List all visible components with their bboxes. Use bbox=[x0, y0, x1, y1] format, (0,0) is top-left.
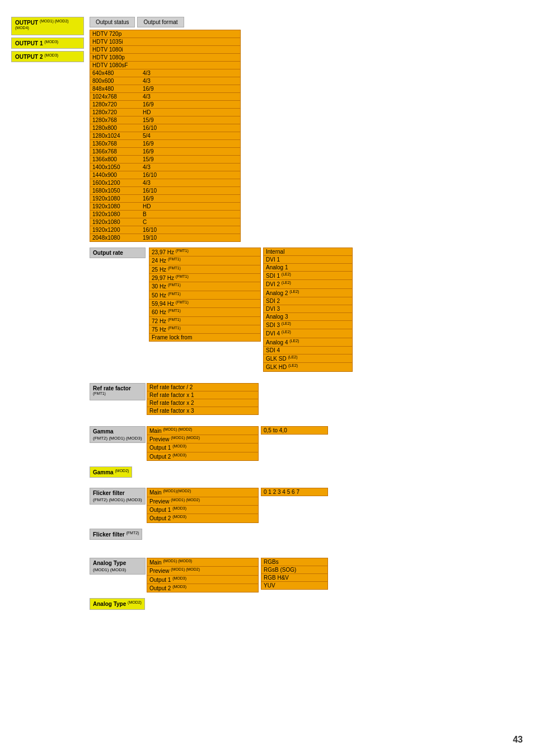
gamma-label[interactable]: Gamma (FMT2) (MOD1) (MOD3) bbox=[90, 426, 146, 443]
list-item[interactable]: DVI 2 (LE2) bbox=[263, 279, 353, 288]
list-item[interactable]: 75 Hz (FMT1) bbox=[149, 325, 261, 333]
ref-rate-section: Ref rate factor (FMT1) Ref rate factor /… bbox=[90, 383, 523, 415]
analog-row: Analog Type (MOD1) (MOD3) Main (MOD1) (M… bbox=[90, 558, 523, 592]
list-item[interactable]: DVI 1 bbox=[263, 255, 353, 263]
list-item[interactable]: 72 Hz (FMT1) bbox=[149, 316, 261, 325]
ref-rate-label[interactable]: Ref rate factor (FMT1) bbox=[90, 383, 146, 400]
output-main-sup2: (MOD4) bbox=[15, 26, 29, 30]
list-item[interactable]: RGsB (SOG) bbox=[261, 566, 328, 573]
list-item[interactable]: 60 Hz (FMT1) bbox=[149, 307, 261, 316]
list-item[interactable]: 50 Hz (FMT1) bbox=[149, 291, 261, 299]
gamma-range-container: 0,5 to 4,0 bbox=[261, 426, 328, 435]
output1-sup: (MOD3) bbox=[44, 40, 58, 44]
list-item[interactable]: SDI 4 bbox=[263, 346, 353, 354]
list-item[interactable]: GLK SD (LE2) bbox=[263, 354, 353, 362]
output-format-button[interactable]: Output format bbox=[137, 17, 184, 27]
list-item[interactable]: Analog 3 bbox=[263, 312, 353, 320]
list-item[interactable]: Analog 4 (LE2) bbox=[263, 338, 353, 346]
list-item[interactable]: Main (MOD1) (MOD3) bbox=[147, 558, 259, 566]
list-item[interactable]: HDTV 1035i bbox=[90, 38, 241, 45]
list-item[interactable]: Main (MOD1) (MOD2) bbox=[147, 426, 259, 435]
rate-sup: (FMT1) bbox=[168, 283, 181, 287]
output-status-button[interactable]: Output status bbox=[90, 17, 135, 27]
output2-sup: (MOD3) bbox=[44, 53, 58, 57]
gamma-standalone[interactable]: Gamma (MOD2) bbox=[90, 466, 132, 478]
list-item[interactable]: HDTV 1080sF bbox=[90, 61, 241, 69]
sidebar-output-1[interactable]: OUTPUT 1 (MOD3) bbox=[11, 38, 84, 49]
list-item[interactable]: RGBs bbox=[261, 558, 328, 566]
list-item[interactable]: 1680x105016/10 bbox=[90, 186, 241, 194]
list-item[interactable]: 1360x76816/9 bbox=[90, 139, 241, 147]
list-item[interactable]: 1366x80015/9 bbox=[90, 155, 241, 163]
list-item[interactable]: HDTV 720p bbox=[90, 30, 241, 38]
sidebar-output-main[interactable]: OUTPUT (MOD1) (MOD2) (MOD4) bbox=[11, 17, 84, 35]
flicker-label[interactable]: Flicker filter (FMT2) (MOD1) (MOD3) bbox=[90, 488, 146, 505]
frame-lock-from[interactable]: Frame lock from bbox=[149, 333, 261, 342]
list-item[interactable]: Main (MOD1)(MOD2) bbox=[147, 488, 259, 496]
output-main-sup1: (MOD1) (MOD2) bbox=[40, 19, 69, 23]
output-rate-label[interactable]: Output rate bbox=[90, 248, 146, 258]
list-item[interactable]: 1280x80016/10 bbox=[90, 124, 241, 132]
list-item[interactable]: Ref rate factor x 2 bbox=[147, 399, 259, 407]
source-sup: (LE2) bbox=[282, 321, 291, 325]
list-item[interactable]: 848x48016/9 bbox=[90, 85, 241, 92]
analog-label[interactable]: Analog Type (MOD1) (MOD3) bbox=[90, 558, 146, 575]
list-item[interactable]: HDTV 1080i bbox=[90, 45, 241, 53]
flicker-item-sup: (MOD3) bbox=[172, 506, 186, 510]
list-item[interactable]: 1366x76816/9 bbox=[90, 147, 241, 155]
list-item[interactable]: Ref rate factor x 1 bbox=[147, 391, 259, 399]
list-item[interactable]: 1280x720HD bbox=[90, 108, 241, 116]
list-item[interactable]: 59,94 Hz (FMT1) bbox=[149, 299, 261, 307]
list-item[interactable]: Preview (MOD1) (MOD2) bbox=[147, 566, 259, 575]
list-item[interactable]: 640x4804/3 bbox=[90, 69, 241, 77]
list-item[interactable]: DVI 4 (LE2) bbox=[263, 329, 353, 337]
sidebar-output-2[interactable]: OUTPUT 2 (MOD3) bbox=[11, 51, 84, 62]
list-item[interactable]: SDI 2 bbox=[263, 297, 353, 305]
list-item[interactable]: Output 1 (MOD3) bbox=[147, 575, 259, 584]
list-item[interactable]: Ref rate factor x 3 bbox=[147, 407, 259, 415]
list-item[interactable]: 1400x10504/3 bbox=[90, 163, 241, 171]
list-item[interactable]: 25 Hz (FMT1) bbox=[149, 265, 261, 273]
list-item[interactable]: 1280x76815/9 bbox=[90, 116, 241, 124]
list-item[interactable]: 2048x108019/10 bbox=[90, 234, 241, 242]
list-item[interactable]: 1024x7684/3 bbox=[90, 92, 241, 100]
list-item[interactable]: Output 1 (MOD3) bbox=[147, 443, 259, 451]
analog-standalone[interactable]: Analog Type (MOD2) bbox=[90, 598, 145, 609]
list-item[interactable]: YUV bbox=[261, 581, 328, 590]
list-item[interactable]: Analog 2 (LE2) bbox=[263, 288, 353, 297]
list-item[interactable]: 23,97 Hz (FMT1) bbox=[149, 248, 261, 256]
list-item[interactable]: 1600x12004/3 bbox=[90, 179, 241, 186]
list-item[interactable]: 24 Hz (FMT1) bbox=[149, 256, 261, 264]
list-item[interactable]: 800x6004/3 bbox=[90, 77, 241, 85]
list-item[interactable]: Preview (MOD1) (MOD2) bbox=[147, 497, 259, 505]
ref-list: Ref rate factor / 2 Ref rate factor x 1 … bbox=[147, 383, 259, 415]
list-item[interactable]: HDTV 1080p bbox=[90, 53, 241, 61]
main-content: Output status Output format HDTV 720p HD… bbox=[84, 17, 523, 612]
list-item[interactable]: 29,97 Hz (FMT1) bbox=[149, 273, 261, 282]
list-item[interactable]: 1920x108016/9 bbox=[90, 194, 241, 202]
list-item[interactable]: Ref rate factor / 2 bbox=[147, 383, 259, 391]
list-item[interactable]: 1280x72016/9 bbox=[90, 100, 241, 108]
list-item[interactable]: Internal bbox=[263, 248, 353, 255]
list-item[interactable]: SDI 3 (LE2) bbox=[263, 320, 353, 329]
gamma-item-sup: (MOD1) (MOD2) bbox=[163, 427, 192, 431]
list-item[interactable]: DVI 3 bbox=[263, 305, 353, 312]
list-item[interactable]: 1440x90016/10 bbox=[90, 171, 241, 179]
list-item[interactable]: 30 Hz (FMT1) bbox=[149, 282, 261, 290]
list-item[interactable]: 1920x120016/10 bbox=[90, 226, 241, 234]
list-item[interactable]: RGB H&V bbox=[261, 573, 328, 581]
list-item[interactable]: Output 2 (MOD3) bbox=[147, 584, 259, 592]
list-item[interactable]: SDI 1 (LE2) bbox=[263, 271, 353, 279]
list-item[interactable]: 1920x1080HD bbox=[90, 202, 241, 210]
list-item[interactable]: Output 2 (MOD3) bbox=[147, 452, 259, 461]
list-item[interactable]: 1280x10245/4 bbox=[90, 132, 241, 139]
list-item[interactable]: 1920x1080B bbox=[90, 210, 241, 218]
rate-sup: (FMT1) bbox=[168, 326, 181, 330]
list-item[interactable]: Analog 1 bbox=[263, 263, 353, 271]
list-item[interactable]: GLK HD (LE2) bbox=[263, 362, 353, 371]
flicker-standalone[interactable]: Flicker filter (FMT2) bbox=[90, 529, 142, 540]
list-item[interactable]: Output 2 (MOD3) bbox=[147, 514, 259, 522]
list-item[interactable]: Output 1 (MOD3) bbox=[147, 505, 259, 514]
list-item[interactable]: 1920x1080C bbox=[90, 218, 241, 226]
list-item[interactable]: Preview (MOD1) (MOD2) bbox=[147, 435, 259, 443]
